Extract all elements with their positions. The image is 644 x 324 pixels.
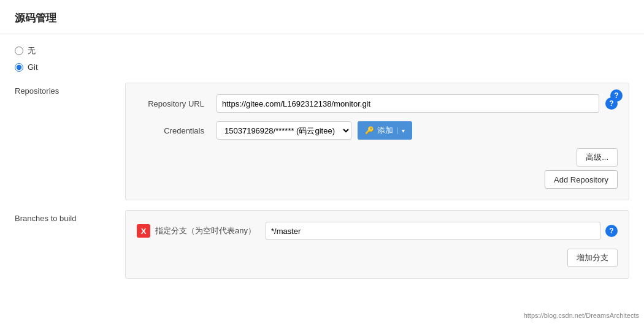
add-branch-button[interactable]: 增加分支 <box>567 249 618 267</box>
add-credentials-arrow: ▾ <box>397 127 405 134</box>
repo-url-row: Repository URL ? <box>137 94 618 113</box>
credentials-row: Credentials 15037196928/****** (码云gitee)… <box>137 121 618 140</box>
credentials-select[interactable]: 15037196928/****** (码云gitee) <box>217 121 351 140</box>
repositories-label: Repositories <box>15 83 125 96</box>
repo-actions-row: 高级... <box>137 148 618 167</box>
repo-url-input[interactable] <box>217 94 599 113</box>
scm-radio-group: 无 Git <box>15 45 629 72</box>
repositories-content: ? Repository URL ? Credentials 150371969… <box>125 83 629 200</box>
content-area: 无 Git Repositories ? Repository URL ? <box>0 34 644 300</box>
add-repo-actions-row: Add Repository <box>137 170 618 189</box>
watermark: https://blog.csdn.net/DreamsArchitects <box>524 312 639 319</box>
radio-none-label: 无 <box>28 45 36 56</box>
branches-label: Branches to build <box>15 210 125 223</box>
branch-input[interactable] <box>266 222 600 240</box>
repo-url-label: Repository URL <box>137 99 210 108</box>
radio-git-input[interactable] <box>15 63 23 72</box>
add-repository-button[interactable]: Add Repository <box>545 170 618 189</box>
delete-branch-button[interactable]: X <box>137 224 150 238</box>
branch-row: X 指定分支（为空时代表any） ? <box>137 222 618 240</box>
page-wrapper: 源码管理 无 Git Repositories ? Repositor <box>0 0 644 324</box>
branch-help-icon[interactable]: ? <box>605 225 618 237</box>
page-title: 源码管理 <box>15 12 56 24</box>
add-credentials-label: 添加 <box>377 125 393 136</box>
add-credentials-button[interactable]: 🔑 添加 ▾ <box>358 121 412 140</box>
radio-git-label: Git <box>28 62 38 72</box>
radio-none-input[interactable] <box>15 47 23 55</box>
repositories-help-icon[interactable]: ? <box>610 89 623 102</box>
branch-field-label: 指定分支（为空时代表any） <box>155 225 256 236</box>
radio-none[interactable]: 无 <box>15 45 629 56</box>
radio-git[interactable]: Git <box>15 62 629 72</box>
advanced-button[interactable]: 高级... <box>577 148 618 167</box>
repositories-help-corner: ? <box>610 89 623 102</box>
repositories-section: Repositories ? Repository URL ? Credenti… <box>15 83 629 200</box>
credentials-label: Credentials <box>137 126 210 135</box>
credentials-controls: 15037196928/****** (码云gitee) 🔑 添加 ▾ <box>217 121 412 140</box>
add-branch-actions-row: 增加分支 <box>137 249 618 267</box>
branches-content: X 指定分支（为空时代表any） ? 增加分支 <box>125 210 629 279</box>
page-title-bar: 源码管理 <box>0 0 644 34</box>
branches-section: Branches to build X 指定分支（为空时代表any） ? 增加分… <box>15 210 629 279</box>
key-icon: 🔑 <box>365 126 374 135</box>
